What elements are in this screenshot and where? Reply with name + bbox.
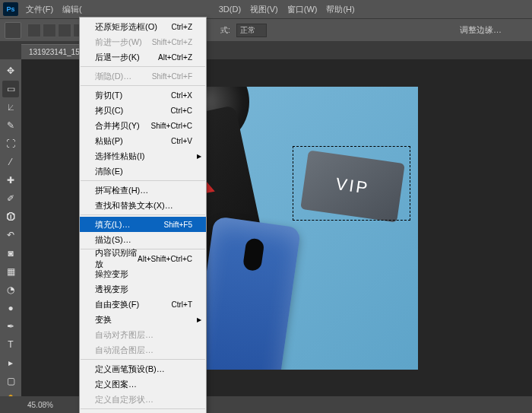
- eraser-tool[interactable]: ◙: [2, 245, 19, 262]
- menu-separator: [81, 180, 205, 181]
- menu-item[interactable]: 自由变换(F)Ctrl+T: [80, 297, 206, 312]
- menu-item-label: 透视变形: [95, 284, 128, 295]
- menu-item-label: 定义自定形状…: [95, 394, 154, 405]
- menu-item-shortcut: Shift+Ctrl+F: [152, 72, 192, 81]
- menu-item-shortcut: Ctrl+V: [171, 137, 192, 145]
- brush-tool[interactable]: ✐: [2, 190, 19, 207]
- menu-item-label: 渐隐(D)…: [95, 71, 131, 82]
- selection-marquee[interactable]: [293, 146, 410, 221]
- menu-item-shortcut: Ctrl+X: [171, 91, 192, 100]
- menu-item: 渐隐(D)…Shift+Ctrl+F: [80, 68, 206, 84]
- menu-item-label: 变换: [95, 314, 112, 326]
- menu-item-label: 自由变换(F): [95, 299, 139, 310]
- canvas-object-phone-camera: [242, 237, 264, 272]
- menu-item: 前进一步(W)Shift+Ctrl+Z: [80, 34, 206, 49]
- selection-new-button[interactable]: [27, 24, 41, 37]
- crop-tool[interactable]: ⛶: [2, 135, 19, 152]
- gradient-tool[interactable]: ▦: [2, 263, 19, 280]
- history-brush-tool[interactable]: ↶: [2, 227, 19, 243]
- menu-item[interactable]: 描边(S)…: [80, 232, 206, 247]
- edit-menu-dropdown: 还原矩形选框(O)Ctrl+Z前进一步(W)Shift+Ctrl+Z后退一步(K…: [79, 17, 207, 413]
- app-logo-icon: Ps: [3, 2, 18, 16]
- lasso-tool[interactable]: ⟀: [2, 99, 19, 116]
- menu-item[interactable]: 内容识别缩放Alt+Shift+Ctrl+C: [80, 251, 206, 266]
- menu-3d[interactable]: 3D(D): [214, 2, 245, 17]
- healing-brush-tool[interactable]: ✚: [2, 172, 19, 189]
- menu-item-label: 定义画笔预设(B)…: [95, 364, 165, 375]
- menu-item-shortcut: Alt+Shift+Ctrl+C: [138, 255, 192, 263]
- zoom-level[interactable]: 45.08%: [21, 401, 59, 409]
- menu-item[interactable]: 选择性粘贴(I): [80, 148, 206, 164]
- menu-item-label: 拼写检查(H)…: [95, 185, 148, 196]
- menu-view[interactable]: 视图(V): [245, 1, 283, 18]
- eyedropper-tool[interactable]: ⁄: [2, 154, 19, 170]
- menu-item[interactable]: 定义图案…: [80, 376, 206, 392]
- menu-item[interactable]: 填充(L)…Shift+F5: [80, 217, 206, 232]
- menu-item[interactable]: 粘贴(P)Ctrl+V: [80, 133, 206, 148]
- menu-item: 自动混合图层…: [80, 342, 206, 357]
- pen-tool[interactable]: ✒: [2, 318, 19, 335]
- menu-item-label: 查找和替换文本(X)…: [95, 200, 173, 211]
- menu-item-shortcut: Shift+Ctrl+Z: [152, 38, 192, 46]
- menu-item[interactable]: 清除(E): [80, 164, 206, 179]
- menu-item: 定义自定形状…: [80, 392, 206, 407]
- menu-edit[interactable]: 编辑(: [58, 1, 87, 18]
- path-select-tool[interactable]: ▸: [2, 354, 19, 371]
- menu-item-label: 定义图案…: [95, 379, 137, 390]
- menu-item[interactable]: 后退一步(K)Alt+Ctrl+Z: [80, 49, 206, 65]
- menu-item[interactable]: 查找和替换文本(X)…: [80, 198, 206, 213]
- menu-item-shortcut: Shift+Ctrl+C: [151, 122, 192, 130]
- menu-item-label: 填充(L)…: [95, 219, 130, 230]
- menu-item: 自动对齐图层…: [80, 327, 206, 342]
- menu-window[interactable]: 窗口(W): [283, 1, 322, 18]
- menu-item[interactable]: 变换: [80, 312, 206, 327]
- menu-item-shortcut: Ctrl+C: [170, 106, 192, 115]
- menu-item[interactable]: 透视变形: [80, 281, 206, 297]
- menu-item-label: 操控变形: [95, 268, 128, 280]
- menu-item-label: 清除(E): [95, 166, 123, 177]
- clone-stamp-tool[interactable]: ⏼: [2, 208, 19, 225]
- menu-separator: [81, 85, 205, 86]
- menu-item[interactable]: 操控变形: [80, 266, 206, 281]
- adjust-edges-button[interactable]: 调整边缘…: [460, 24, 502, 36]
- menubar: Ps 文件(F) 编辑( 3D(D) 视图(V) 窗口(W) 帮助(H): [0, 0, 532, 18]
- marquee-tool[interactable]: ▭: [2, 81, 19, 97]
- selection-subtract-button[interactable]: [58, 24, 71, 37]
- menu-item-label: 选择性粘贴(I): [95, 151, 144, 162]
- menu-item[interactable]: 定义画笔预设(B)…: [80, 361, 206, 376]
- marquee-tool-icon[interactable]: [5, 22, 21, 39]
- menu-separator: [81, 408, 205, 409]
- menu-item-label: 拷贝(C): [95, 105, 123, 116]
- menu-item-shortcut: Alt+Ctrl+Z: [158, 53, 192, 62]
- dodge-tool[interactable]: ●: [2, 300, 19, 316]
- menu-item-label: 自动对齐图层…: [95, 329, 154, 341]
- menu-file[interactable]: 文件(F): [21, 1, 58, 18]
- menu-item[interactable]: 还原矩形选框(O)Ctrl+Z: [80, 19, 206, 34]
- menu-item[interactable]: 拼写检查(H)…: [80, 183, 206, 198]
- menu-item-label: 还原矩形选框(O): [95, 21, 157, 33]
- menu-item[interactable]: 拷贝(C)Ctrl+C: [80, 103, 206, 118]
- move-tool[interactable]: ✥: [2, 62, 19, 79]
- selection-mode-buttons: [27, 24, 87, 37]
- tools-panel: ✥ ▭ ⟀ ✎ ⛶ ⁄ ✚ ✐ ⏼ ↶ ◙ ▦ ◔ ● ✒ T ▸ ▢ ✋ 🔍: [0, 59, 21, 413]
- menu-item-label: 剪切(T): [95, 90, 122, 101]
- menu-item-label: 前进一步(W): [95, 37, 142, 48]
- rectangle-tool[interactable]: ▢: [2, 373, 19, 389]
- menu-separator: [81, 214, 205, 215]
- menu-item-label: 自动混合图层…: [95, 345, 154, 356]
- selection-add-button[interactable]: [43, 24, 56, 37]
- mode-select[interactable]: 正常: [236, 24, 267, 37]
- quick-select-tool[interactable]: ✎: [2, 117, 19, 134]
- menu-item-label: 后退一步(K): [95, 52, 140, 63]
- menu-help[interactable]: 帮助(H): [321, 1, 359, 18]
- menu-item-shortcut: Ctrl+Z: [172, 23, 193, 31]
- menu-item[interactable]: 合并拷贝(Y)Shift+Ctrl+C: [80, 118, 206, 133]
- type-tool[interactable]: T: [2, 336, 19, 353]
- menu-item-label: 描边(S)…: [95, 234, 131, 246]
- menu-separator: [81, 66, 205, 67]
- menu-item-shortcut: Shift+F5: [163, 221, 192, 229]
- menu-item[interactable]: 剪切(T)Ctrl+X: [80, 87, 206, 103]
- menu-item-label: 粘贴(P): [95, 135, 123, 147]
- blur-tool[interactable]: ◔: [2, 281, 19, 298]
- mode-label: 式:: [220, 25, 230, 36]
